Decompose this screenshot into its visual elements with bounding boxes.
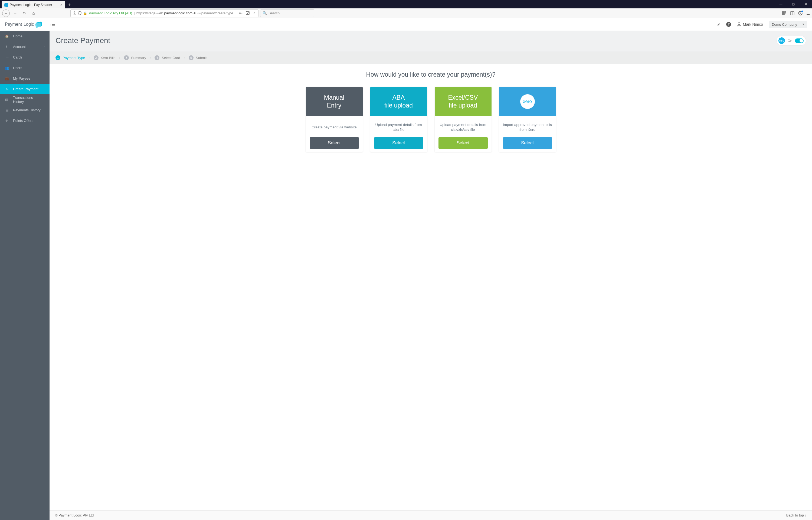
sidebar-item-points[interactable]: ✈ Points Offers bbox=[0, 115, 50, 126]
company-name: Demo Company bbox=[772, 23, 797, 27]
sidebar-item-payees[interactable]: 💼 My Payees bbox=[0, 73, 50, 84]
account-icon[interactable] bbox=[798, 11, 803, 16]
user-icon: ℹ bbox=[5, 45, 9, 49]
sidebar-label: Users bbox=[13, 66, 22, 70]
reader-icon[interactable] bbox=[246, 11, 250, 15]
list-icon: ▤ bbox=[5, 108, 9, 112]
xero-logo-icon: xero bbox=[520, 94, 535, 109]
xero-toggle[interactable]: xero On bbox=[777, 36, 806, 46]
wizard-step-select-card[interactable]: 4 Select Card bbox=[155, 55, 180, 60]
user-icon bbox=[737, 22, 741, 27]
sidebar-label: Transactions History bbox=[13, 96, 45, 104]
lock-icon: 🔒 bbox=[83, 11, 87, 15]
select-button[interactable]: Select bbox=[374, 137, 423, 149]
sidebar-label: Points Offers bbox=[13, 119, 33, 123]
card-title: ABAfile upload bbox=[370, 87, 427, 116]
tab-title: Payment Logic - Pay Smarter bbox=[10, 3, 52, 7]
page-title: Create Payment bbox=[55, 36, 110, 45]
copyright: © Payment Logic Pty Ltd bbox=[55, 513, 94, 517]
home-button[interactable]: ⌂ bbox=[30, 9, 37, 17]
content-area: How would you like to create your paymen… bbox=[50, 64, 812, 510]
window-close-button[interactable]: ✕ bbox=[800, 0, 812, 8]
step-label: Summary bbox=[131, 56, 146, 60]
card-title: Excel/CSVfile upload bbox=[435, 87, 492, 116]
chevron-right-icon: › bbox=[150, 56, 151, 59]
svg-rect-1 bbox=[790, 11, 794, 15]
heading-question: How would you like to create your paymen… bbox=[57, 71, 805, 78]
sidebar-label: Create Payment bbox=[13, 87, 38, 91]
search-bar[interactable]: 🔍 Search bbox=[260, 9, 314, 17]
app-header: Payment Logic ⤢ ? Mark Nimco Demo Compan… bbox=[0, 18, 812, 31]
search-placeholder: Search bbox=[269, 11, 280, 15]
briefcase-icon: 💼 bbox=[5, 77, 9, 80]
company-dropdown[interactable]: Demo Company ▼ bbox=[769, 21, 807, 28]
sidebar-item-transactions[interactable]: ▤ Transactions History bbox=[0, 94, 50, 105]
window-minimize-button[interactable]: — bbox=[775, 0, 787, 8]
wizard-steps: 1 Payment Type › 2 Xero Bills › 3 Summar… bbox=[50, 51, 812, 64]
url-org: Payment Logic Pty Ltd (AU) bbox=[89, 11, 132, 15]
window-maximize-button[interactable]: ▢ bbox=[787, 0, 800, 8]
expand-icon[interactable]: ⤢ bbox=[717, 22, 720, 27]
browser-titlebar: Payment Logic - Pay Smarter × + — ▢ ✕ bbox=[0, 0, 812, 8]
sidebar-item-users[interactable]: 👥 Users bbox=[0, 62, 50, 73]
tab-close-icon[interactable]: × bbox=[60, 3, 62, 7]
help-icon[interactable]: ? bbox=[726, 22, 731, 27]
sidebar-toggle-icon[interactable] bbox=[790, 11, 794, 15]
card-icon: ▭ bbox=[5, 55, 9, 59]
address-bar[interactable]: ⓘ 🔒 Payment Logic Pty Ltd (AU) | https:/… bbox=[71, 9, 258, 17]
back-button[interactable]: ← bbox=[2, 9, 10, 17]
sidebar-label: Home bbox=[13, 34, 23, 38]
sidebar-item-cards[interactable]: ▭ Cards bbox=[0, 52, 50, 62]
page-actions-icon[interactable]: ••• bbox=[239, 11, 243, 15]
step-label: Select Card bbox=[162, 56, 180, 60]
logo-mark-icon bbox=[35, 21, 42, 27]
sidebar: 🏠 Home ℹ Account › ▭ Cards 👥 Users 💼 My … bbox=[0, 31, 50, 520]
sidebar-item-home[interactable]: 🏠 Home bbox=[0, 31, 50, 42]
toggle-switch[interactable] bbox=[795, 38, 804, 43]
card-aba-upload: ABAfile upload Upload payment details fr… bbox=[370, 87, 427, 152]
tab-favicon bbox=[4, 2, 8, 7]
reload-button[interactable]: ⟳ bbox=[21, 9, 28, 17]
forward-button[interactable]: → bbox=[11, 9, 19, 17]
wizard-step-submit[interactable]: 5 Submit bbox=[189, 55, 206, 60]
edit-icon: ✎ bbox=[5, 87, 9, 91]
user-menu[interactable]: Mark Nimco bbox=[737, 22, 763, 27]
card-manual-entry: ManualEntry Create payment via website S… bbox=[306, 87, 363, 152]
sidebar-item-payments-history[interactable]: ▤ Payments History bbox=[0, 105, 50, 115]
bookmark-icon[interactable]: ☆ bbox=[253, 11, 256, 15]
sidebar-label: Payments History bbox=[13, 108, 40, 112]
menu-icon[interactable]: ☰ bbox=[806, 11, 810, 16]
chevron-right-icon: › bbox=[184, 56, 185, 59]
svg-point-4 bbox=[800, 12, 801, 13]
browser-toolbar: ← → ⟳ ⌂ ⓘ 🔒 Payment Logic Pty Ltd (AU) |… bbox=[0, 8, 812, 18]
select-button[interactable]: Select bbox=[439, 137, 488, 149]
card-desc: Upload payment details from xlsx/xls/csv… bbox=[435, 116, 492, 137]
main-content: Create Payment xero On 1 Payment Type › … bbox=[50, 31, 812, 520]
library-icon[interactable] bbox=[782, 11, 786, 15]
info-icon[interactable]: ⓘ bbox=[73, 11, 76, 16]
toggle-sidebar-button[interactable] bbox=[51, 23, 55, 26]
sidebar-item-account[interactable]: ℹ Account › bbox=[0, 42, 50, 52]
browser-tab[interactable]: Payment Logic - Pay Smarter × bbox=[2, 1, 65, 8]
page-header: Create Payment xero On bbox=[50, 31, 812, 51]
page-footer: © Payment Logic Pty Ltd Back to top ↑ bbox=[50, 510, 812, 520]
url-text: https://stage-web.paymentlogic.com.au/#/… bbox=[136, 11, 233, 15]
xero-toggle-label: On bbox=[788, 39, 792, 43]
users-icon: 👥 bbox=[5, 66, 9, 70]
brand-logo[interactable]: Payment Logic bbox=[5, 21, 42, 27]
tracking-icon[interactable] bbox=[78, 11, 82, 15]
wizard-step-xero-bills[interactable]: 2 Xero Bills bbox=[94, 55, 116, 60]
plane-icon: ✈ bbox=[5, 119, 9, 123]
new-tab-button[interactable]: + bbox=[68, 2, 71, 8]
card-desc: Upload payment details from aba file bbox=[370, 116, 427, 137]
sidebar-item-create-payment[interactable]: ✎ Create Payment bbox=[0, 84, 50, 94]
select-button[interactable]: Select bbox=[310, 137, 359, 149]
select-button[interactable]: Select bbox=[503, 137, 552, 149]
card-desc: Create payment via website bbox=[306, 116, 363, 137]
wizard-step-payment-type[interactable]: 1 Payment Type bbox=[55, 55, 85, 60]
wizard-step-summary[interactable]: 3 Summary bbox=[124, 55, 146, 60]
sidebar-label: Account bbox=[13, 45, 26, 49]
step-label: Submit bbox=[196, 56, 206, 60]
back-to-top-link[interactable]: Back to top ↑ bbox=[786, 513, 807, 517]
window-controls: — ▢ ✕ bbox=[775, 0, 812, 8]
